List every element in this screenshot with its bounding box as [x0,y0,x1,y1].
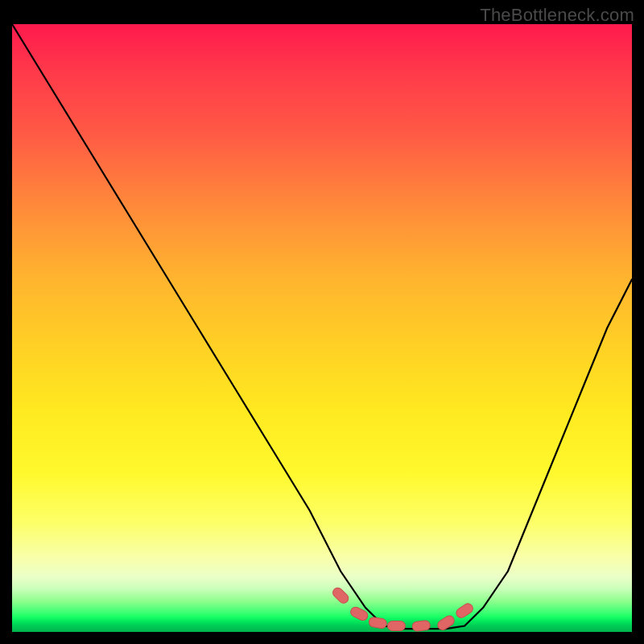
chart-plot-area [12,24,632,632]
chart-background-gradient [12,24,632,632]
watermark-text: TheBottleneck.com [480,5,634,26]
